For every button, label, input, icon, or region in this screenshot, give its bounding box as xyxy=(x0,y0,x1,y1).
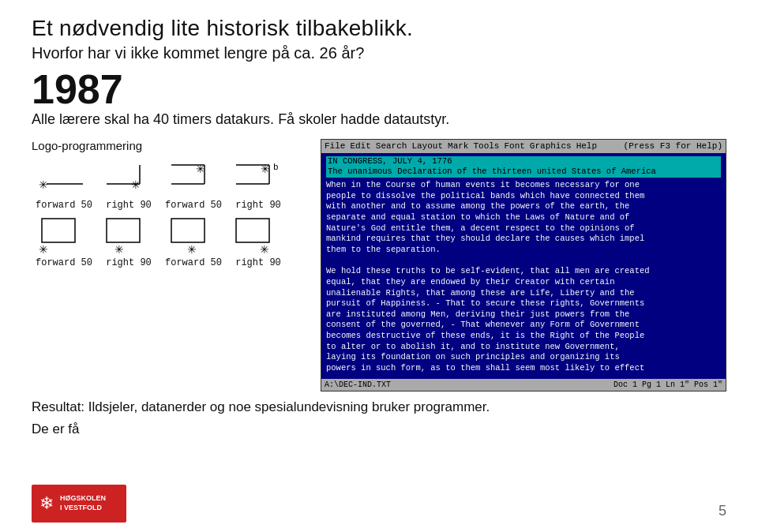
wp-body-text: When in the Course of human events it be… xyxy=(326,180,721,374)
diagram-label-2-4: right 90 xyxy=(235,257,281,268)
wp-position: Doc 1 Pg 1 Ln 1" Pos 1" xyxy=(614,380,722,391)
svg-text:✳: ✳ xyxy=(39,178,48,191)
svg-text:✳: ✳ xyxy=(187,243,197,256)
result-text-2: De er få xyxy=(32,421,726,437)
diagram-item-4: ✳ b right 90 xyxy=(226,159,291,211)
menu-file[interactable]: File xyxy=(325,140,345,152)
year-heading: 1987 xyxy=(32,69,726,110)
diagram-item-2: ✳ right 90 xyxy=(96,159,161,211)
diagram-row-2: ✳ forward 50 ✳ right 90 ✳ for xyxy=(32,212,308,268)
diagram-item-8: ✳ right 90 xyxy=(226,212,291,268)
svg-text:✳: ✳ xyxy=(260,243,269,256)
diagram-item-5: ✳ forward 50 xyxy=(32,212,96,268)
menu-help[interactable]: Help xyxy=(576,140,597,152)
page-number: 5 xyxy=(719,503,726,519)
snowflake-icon: ❄ xyxy=(39,493,54,514)
menu-layout[interactable]: Layout xyxy=(411,140,443,152)
wp-content-area: IN CONGRESS, JULY 4, 1776 The unanimous … xyxy=(321,153,726,377)
diagram-item-6: ✳ right 90 xyxy=(96,212,161,268)
svg-rect-20 xyxy=(236,219,269,242)
subtitle: Hvorfor har vi ikke kommet lengre på ca.… xyxy=(32,44,726,62)
menu-edit[interactable]: Edit xyxy=(350,140,370,152)
svg-text:✳: ✳ xyxy=(131,178,141,191)
svg-rect-16 xyxy=(107,219,140,242)
svg-rect-14 xyxy=(42,219,75,242)
diagram-label-1-1: forward 50 xyxy=(36,200,92,211)
bottom-bar: ❄ HØGSKOLENI VESTFOLD xyxy=(32,485,726,523)
wp-help-hint: (Press F3 for Help) xyxy=(624,140,722,152)
menu-graphics[interactable]: Graphics xyxy=(530,140,572,152)
svg-text:✳: ✳ xyxy=(261,163,270,175)
menu-search[interactable]: Search xyxy=(376,140,407,152)
wp-statusbar: A:\DEC-IND.TXT Doc 1 Pg 1 Ln 1" Pos 1" xyxy=(321,379,726,392)
diagram-item-3: ✳ forward 50 xyxy=(161,159,226,211)
diagram-label-2-1: forward 50 xyxy=(36,257,92,268)
logo-label: Logo-programmering xyxy=(32,139,308,152)
menu-mark[interactable]: Mark xyxy=(448,140,468,152)
left-panel: Logo-programmering ✳ forward 50 ✳ xyxy=(32,139,308,392)
menu-tools[interactable]: Tools xyxy=(473,140,499,152)
wp-menubar: File Edit Search Layout Mark Tools Font … xyxy=(321,140,726,153)
institution-logo: ❄ HØGSKOLENI VESTFOLD xyxy=(32,485,126,523)
diagram-label-2-3: forward 50 xyxy=(165,257,222,268)
svg-text:✳: ✳ xyxy=(196,163,205,175)
institution-name: HØGSKOLENI VESTFOLD xyxy=(60,494,106,512)
diagram-label-1-2: right 90 xyxy=(106,200,152,211)
result-text-1: Resultat: Ildsjeler, datanerder og noe s… xyxy=(32,399,726,415)
svg-text:✳: ✳ xyxy=(39,243,48,256)
wp-filename: A:\DEC-IND.TXT xyxy=(325,380,391,391)
diagram-label-1-3: forward 50 xyxy=(165,200,222,211)
main-content: Logo-programmering ✳ forward 50 ✳ xyxy=(32,139,726,392)
main-title: Et nødvendig lite historisk tilbakeblikk… xyxy=(32,16,726,41)
year-subtitle: Alle lærere skal ha 40 timers datakurs. … xyxy=(32,111,726,128)
diagram-row-1: ✳ forward 50 ✳ right 90 xyxy=(32,159,308,211)
svg-text:✳: ✳ xyxy=(114,243,124,256)
wp-menubar-items: File Edit Search Layout Mark Tools Font … xyxy=(325,140,597,152)
menu-font[interactable]: Font xyxy=(504,140,524,152)
wp-highlighted-subtitle: The unanimous Declaration of the thirtee… xyxy=(326,167,721,178)
diagram-item-1: ✳ forward 50 xyxy=(32,159,96,211)
svg-rect-18 xyxy=(171,219,205,242)
svg-text:b: b xyxy=(273,163,279,172)
wp-highlighted-title: IN CONGRESS, JULY 4, 1776 xyxy=(326,156,721,167)
word-processor-panel: File Edit Search Layout Mark Tools Font … xyxy=(321,139,726,392)
diagram-item-7: ✳ forward 50 xyxy=(161,212,226,268)
diagram-label-1-4: right 90 xyxy=(235,200,281,211)
diagram-label-2-2: right 90 xyxy=(106,257,152,268)
page-container: Et nødvendig lite historisk tilbakeblikk… xyxy=(0,0,758,532)
